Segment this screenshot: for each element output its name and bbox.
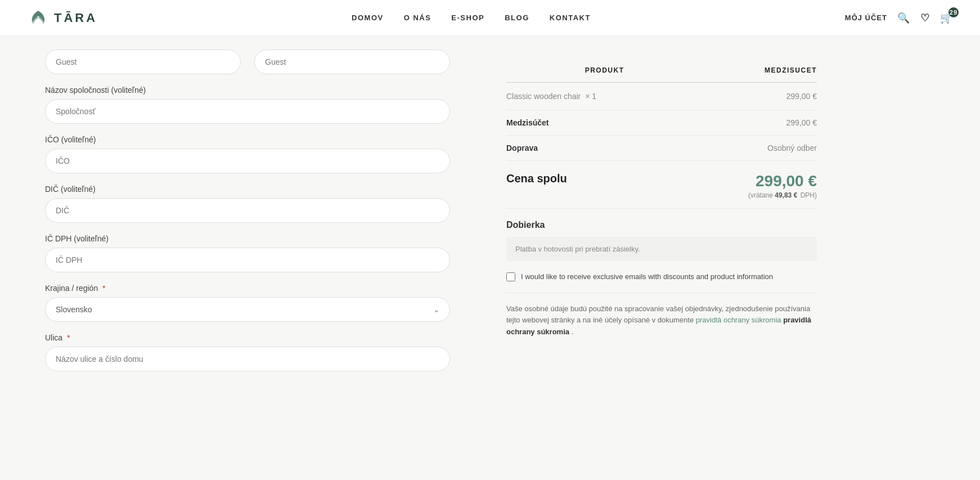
dic-group: DIČ (voliteľné) xyxy=(45,185,450,223)
payment-section: Dobierka Platba v hotovosti pri prebratí… xyxy=(506,220,817,338)
total-label: Cena spolu xyxy=(506,172,567,185)
payment-title: Dobierka xyxy=(506,220,817,230)
nav-blog[interactable]: BLOG xyxy=(505,14,529,22)
cart-button[interactable]: 🛒 29 xyxy=(940,12,953,24)
ico-group: IČO (voliteľné) xyxy=(45,135,450,173)
vat-prefix: (vrátane xyxy=(748,191,773,199)
first-name-input[interactable] xyxy=(45,50,241,74)
main-nav: DOMOV O NÁS E-SHOP BLOG KONTAKT xyxy=(352,14,591,22)
header-actions: MÔJ ÚČET 🔍 ♡ 🛒 29 xyxy=(845,12,953,24)
total-vat-text: (vrátane 49,83 € DPH) xyxy=(748,191,817,199)
newsletter-label[interactable]: I would like to receive exclusive emails… xyxy=(521,271,773,282)
total-amount: 299,00 € xyxy=(748,172,817,190)
main-layout: Názov spoločnosti (voliteľné) IČO (volit… xyxy=(0,36,980,405)
nav-o-nas[interactable]: O NÁS xyxy=(404,14,431,22)
company-label: Názov spoločnosti (voliteľné) xyxy=(45,86,450,95)
total-value-block: 299,00 € (vrátane 49,83 € DPH) xyxy=(748,172,817,199)
dic-input[interactable] xyxy=(45,198,450,223)
country-label: Krajina / región * xyxy=(45,284,450,293)
vat-suffix: DPH) xyxy=(801,191,817,199)
newsletter-checkbox-row: I would like to receive exclusive emails… xyxy=(506,271,817,293)
logo[interactable]: TĀRA xyxy=(27,7,97,29)
logo-text: TĀRA xyxy=(54,11,97,25)
product-price: 299,00 € xyxy=(786,92,817,101)
vat-amount: 49,83 € xyxy=(775,191,797,199)
subtotal-row: Medzisúčet 299,00 € xyxy=(506,110,817,136)
country-required-mark: * xyxy=(100,284,105,293)
ico-input[interactable] xyxy=(45,149,450,173)
col-product-header: PRODUKT xyxy=(506,61,703,83)
checkout-form: Názov spoločnosti (voliteľné) IČO (volit… xyxy=(0,50,484,405)
product-name: Classic wooden chair xyxy=(506,92,581,101)
country-select[interactable]: Slovensko Česká republika Maďarsko Poľsk… xyxy=(45,297,450,322)
privacy-policy-link[interactable]: pravidlá ochrany súkromia xyxy=(696,316,783,324)
order-summary: PRODUKT MEDZISUCET Classic wooden chair … xyxy=(484,50,844,405)
last-name-input[interactable] xyxy=(254,50,450,74)
shipping-row: Doprava Osobný odber xyxy=(506,136,817,161)
search-icon[interactable]: 🔍 xyxy=(897,12,910,24)
privacy-text-part2: . xyxy=(572,328,574,336)
street-group: Ulica * xyxy=(45,333,450,371)
shipping-label: Doprava xyxy=(506,143,538,152)
product-row: Classic wooden chair × 1 299,00 € xyxy=(506,83,817,110)
order-summary-table: PRODUKT MEDZISUCET Classic wooden chair … xyxy=(506,61,817,110)
ic-dph-input[interactable] xyxy=(45,248,450,272)
street-label: Ulica * xyxy=(45,333,450,342)
total-row: Cena spolu 299,00 € (vrátane 49,83 € DPH… xyxy=(506,161,817,209)
ic-dph-group: IČ DPH (voliteľné) xyxy=(45,234,450,272)
payment-description: Platba v hotovosti pri prebratí zásielky… xyxy=(506,237,817,261)
company-input[interactable] xyxy=(45,99,450,124)
company-group: Názov spoločnosti (voliteľné) xyxy=(45,86,450,124)
header: TĀRA DOMOV O NÁS E-SHOP BLOG KONTAKT MÔJ… xyxy=(0,0,980,36)
newsletter-checkbox[interactable] xyxy=(506,272,515,281)
col-subtotal-header: MEDZISUCET xyxy=(703,61,817,83)
subtotal-label: Medzisúčet xyxy=(506,118,549,127)
nav-domov[interactable]: DOMOV xyxy=(352,14,384,22)
privacy-text: Vaše osobné údaje budú použité na spraco… xyxy=(506,303,817,338)
wishlist-icon[interactable]: ♡ xyxy=(920,12,930,24)
shipping-value: Osobný odber xyxy=(767,143,817,152)
guest-name-row xyxy=(45,50,450,74)
nav-kontakt[interactable]: KONTAKT xyxy=(550,14,591,22)
dic-label: DIČ (voliteľné) xyxy=(45,185,450,194)
country-select-wrapper: Slovensko Česká republika Maďarsko Poľsk… xyxy=(45,297,450,322)
product-quantity: × 1 xyxy=(585,92,596,101)
ic-dph-label: IČ DPH (voliteľné) xyxy=(45,234,450,243)
cart-count: 29 xyxy=(948,7,959,17)
subtotal-value: 299,00 € xyxy=(786,118,817,127)
logo-icon xyxy=(27,7,50,29)
country-group: Krajina / región * Slovensko Česká repub… xyxy=(45,284,450,322)
street-required-mark: * xyxy=(65,333,70,342)
ico-label: IČO (voliteľné) xyxy=(45,135,450,144)
street-input[interactable] xyxy=(45,347,450,371)
nav-e-shop[interactable]: E-SHOP xyxy=(451,14,484,22)
my-account-link[interactable]: MÔJ ÚČET xyxy=(845,14,887,22)
